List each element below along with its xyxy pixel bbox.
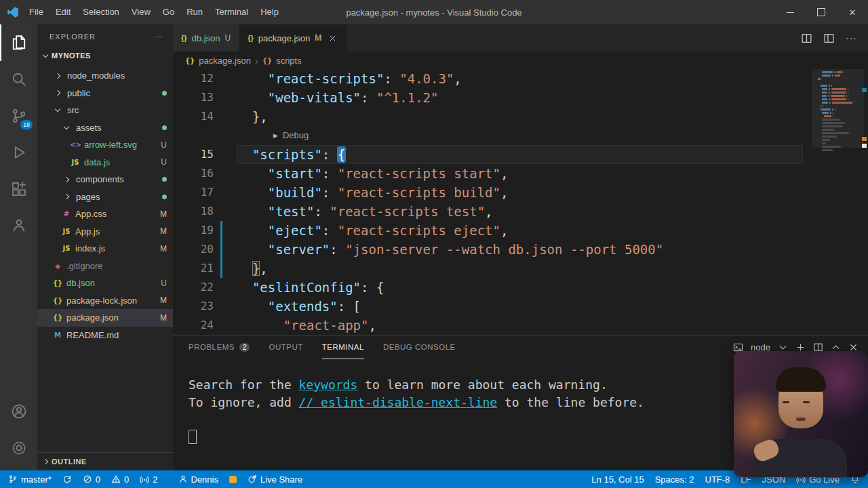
indentation-setting[interactable]: Spaces: 2: [650, 470, 700, 488]
code-line-17[interactable]: 17 "build": "react-scripts build",: [173, 183, 868, 202]
code-line-23[interactable]: 23 "extends": [: [173, 297, 868, 316]
tab-package-json[interactable]: {}package.jsonM: [239, 24, 347, 52]
broadcast-icon: [140, 474, 149, 484]
code-line-20[interactable]: 20 "server": "json-server --watch db.jso…: [173, 240, 868, 259]
line-number: 12: [173, 69, 214, 88]
branch-indicator[interactable]: master*: [3, 470, 57, 488]
tree-file--gitignore[interactable]: ◆.gitignore: [37, 258, 173, 275]
menu-terminal[interactable]: Terminal: [209, 0, 254, 24]
orange-status-icon: [229, 476, 237, 483]
explorer-more-actions-icon[interactable]: ···: [154, 33, 163, 41]
extension-alert[interactable]: [224, 470, 242, 488]
tree-file-package-json[interactable]: {}package.jsonM: [37, 309, 173, 327]
codelens-label[interactable]: Debug: [283, 126, 309, 145]
activity-extensions-button[interactable]: [0, 171, 37, 207]
terminal-link[interactable]: keywords: [299, 378, 358, 392]
activity-live-share-button[interactable]: [0, 207, 37, 244]
breadcrumb-file[interactable]: package.json: [199, 56, 251, 66]
code-line-16[interactable]: 16 "start": "react-scripts start",: [173, 164, 868, 183]
tree-file-db-json[interactable]: {}db.jsonU: [37, 274, 173, 292]
activity-settings-button[interactable]: [0, 430, 37, 466]
activity-source-control-button[interactable]: 18: [0, 98, 37, 134]
code-line-13[interactable]: 13 "web-vitals": "^1.1.2": [173, 88, 868, 107]
code-line-19[interactable]: 19 "eject": "react-scripts eject",: [173, 221, 868, 240]
tree-folder-components[interactable]: components: [37, 171, 173, 188]
panel-tab-terminal[interactable]: TERMINAL: [322, 336, 364, 359]
screencast-count[interactable]: 2: [134, 470, 163, 488]
menu-bar: FileEditSelectionViewGoRunTerminalHelp: [23, 0, 285, 24]
tree-file-app-js[interactable]: JSApp.jsM: [37, 223, 173, 241]
more-actions-icon[interactable]: ···: [846, 33, 857, 43]
code-line-22[interactable]: 22 "eslintConfig": {: [173, 278, 868, 297]
panel-tab-label: TERMINAL: [322, 343, 364, 351]
minimap[interactable]: [818, 71, 857, 152]
close-window-button[interactable]: ✕: [837, 0, 868, 24]
menu-help[interactable]: Help: [254, 0, 285, 24]
code-editor[interactable]: 12 "react-scripts": "4.0.3",13 "web-vita…: [173, 69, 868, 335]
terminal-link[interactable]: // eslint-disable-next-line: [299, 395, 498, 409]
panel-tab-label: PROBLEMS: [189, 343, 235, 351]
panel-tab-debug-console[interactable]: DEBUG CONSOLE: [383, 336, 456, 359]
git-status-dot: [162, 125, 167, 130]
split-editor-icon[interactable]: [801, 33, 812, 44]
activity-account-button[interactable]: [0, 393, 37, 430]
line-number: 23: [173, 297, 214, 316]
problems-errors-label: 0: [96, 474, 100, 485]
tab-git-status: U: [224, 33, 231, 43]
overview-ruler-mark: [862, 137, 867, 141]
menu-edit[interactable]: Edit: [50, 0, 77, 24]
close-tab-icon[interactable]: [326, 32, 338, 44]
menu-selection[interactable]: Selection: [77, 0, 125, 24]
tree-folder-pages[interactable]: pages: [37, 188, 173, 206]
maximize-button[interactable]: [806, 0, 837, 24]
minimize-button[interactable]: [774, 0, 806, 24]
menu-view[interactable]: View: [125, 0, 157, 24]
tree-folder-assets[interactable]: assets: [37, 119, 173, 137]
codelens-debug[interactable]: ▶Debug: [173, 126, 868, 145]
tree-file-app-css[interactable]: #App.cssM: [37, 205, 173, 223]
tree-folder-public[interactable]: public: [37, 85, 173, 102]
outline-section[interactable]: OUTLINE: [37, 452, 173, 470]
tree-item-label: App.css: [75, 209, 106, 219]
problems-errors[interactable]: 0: [77, 470, 106, 488]
tree-file-readme-md[interactable]: MREADME.md: [37, 327, 173, 344]
tree-folder-node-modules[interactable]: node_modules: [37, 67, 173, 85]
live-share-user[interactable]: Dennis: [173, 470, 224, 488]
breadcrumb-symbol[interactable]: scripts: [276, 56, 302, 66]
git-file-icon: ◆: [52, 262, 63, 270]
tree-folder-src[interactable]: src: [37, 102, 173, 119]
activity-explorer-button[interactable]: [0, 24, 37, 61]
vscode-logo-icon: [7, 6, 19, 18]
activity-run-debug-button[interactable]: [0, 134, 37, 171]
tree-file-data-js[interactable]: JSdata.jsU: [37, 154, 173, 171]
tree-file-index-js[interactable]: JSindex.jsM: [37, 240, 173, 258]
panel-tab-problems[interactable]: PROBLEMS2: [189, 336, 250, 359]
menu-run[interactable]: Run: [180, 0, 209, 24]
activity-bar: 18: [0, 24, 37, 470]
explorer-title: EXPLORER: [50, 33, 96, 41]
tree-file-arrow-left-svg[interactable]: <>arrow-left.svgU: [37, 136, 173, 154]
code-line-14[interactable]: 14 },: [173, 107, 868, 126]
code-line-24[interactable]: 24 "react-app",: [173, 316, 868, 335]
menu-file[interactable]: File: [23, 0, 50, 24]
folder-section-header[interactable]: MYNOTES: [37, 48, 173, 63]
panel-tab-output[interactable]: OUTPUT: [269, 336, 302, 359]
sync-indicator[interactable]: [57, 470, 77, 488]
live-share-button[interactable]: Live Share: [242, 470, 308, 488]
menu-go[interactable]: Go: [157, 0, 180, 24]
encoding-indicator[interactable]: UTF-8: [700, 470, 736, 488]
activity-search-button[interactable]: [0, 61, 37, 98]
git-status-badge: U: [161, 279, 167, 288]
customize-layout-icon[interactable]: [823, 33, 835, 44]
code-line-18[interactable]: 18 "test": "react-scripts test",: [173, 202, 868, 221]
tab-db-json[interactable]: {}db.jsonU: [173, 24, 239, 52]
code-line-12[interactable]: 12 "react-scripts": "4.0.3",: [173, 69, 868, 88]
problems-warnings[interactable]: 0: [106, 470, 134, 488]
tree-file-package-lock-json[interactable]: {}package-lock.jsonM: [37, 292, 173, 310]
code-line-21[interactable]: 21 },: [173, 259, 868, 278]
tree-item-label: package-lock.json: [66, 296, 137, 306]
tree-item-label: index.js: [75, 243, 105, 253]
json-file-icon: {}: [52, 314, 63, 321]
cursor-position[interactable]: Ln 15, Col 15: [586, 470, 649, 488]
code-line-15[interactable]: 15 "scripts": {: [173, 145, 868, 164]
